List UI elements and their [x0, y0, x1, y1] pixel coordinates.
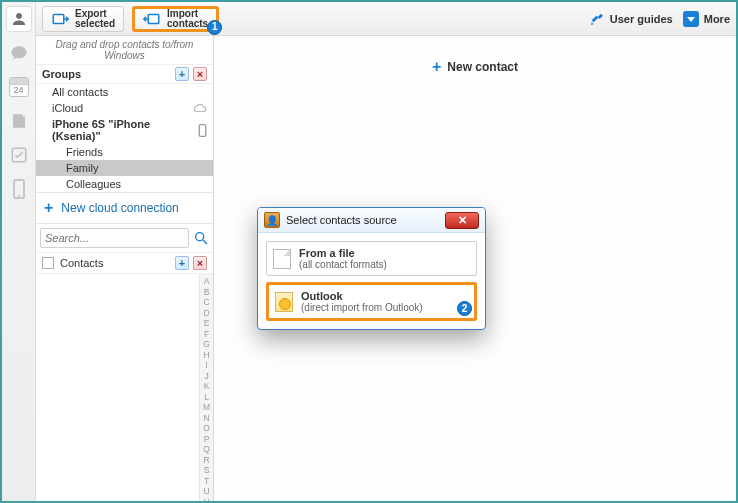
calendar-badge-icon: 24: [9, 77, 29, 97]
search-row: [36, 224, 213, 252]
dialog-title: Select contacts source: [286, 214, 397, 226]
toolbar: Export selected Import contacts 1 User g…: [36, 2, 736, 36]
az-letter[interactable]: D: [203, 308, 209, 319]
az-letter[interactable]: J: [204, 371, 208, 382]
az-letter[interactable]: F: [204, 329, 209, 340]
option-outlook[interactable]: Outlook (direct import from Outlook) 2: [266, 282, 477, 321]
phone-icon: [198, 124, 207, 137]
groups-header: Groups + ×: [36, 65, 213, 84]
new-contact-button[interactable]: + New contact: [432, 58, 518, 76]
select-all-checkbox[interactable]: [42, 257, 54, 269]
rail-notes-icon[interactable]: [6, 108, 32, 134]
az-letter[interactable]: V: [204, 497, 210, 504]
az-letter[interactable]: G: [203, 339, 210, 350]
az-letter[interactable]: S: [204, 465, 210, 476]
option-file-title: From a file: [299, 247, 387, 259]
cloud-icon: [193, 103, 207, 113]
search-input[interactable]: [40, 228, 189, 248]
contacts-list: ABCDEFGHIJKLMNOPQRSTUVWXYZ#: [36, 274, 213, 501]
drag-hint: Drag and drop contacts to/from Windows: [36, 36, 213, 65]
option-from-file[interactable]: From a file (all contact formats): [266, 241, 477, 276]
left-rail: 24: [2, 2, 36, 501]
search-icon[interactable]: [193, 230, 209, 246]
svg-rect-3: [53, 14, 64, 23]
svg-point-6: [196, 233, 204, 241]
rail-todo-icon[interactable]: [6, 142, 32, 168]
groups-title: Groups: [42, 68, 81, 80]
contacts-title: Contacts: [60, 257, 103, 269]
import-icon: [143, 10, 161, 28]
plus-icon: +: [44, 199, 53, 217]
az-letter[interactable]: O: [203, 423, 210, 434]
plus-icon: +: [432, 58, 441, 76]
export-label: Export selected: [75, 9, 115, 29]
file-icon: [273, 249, 291, 269]
rail-messages-icon[interactable]: [6, 40, 32, 66]
export-icon: [51, 10, 69, 28]
import-contacts-button[interactable]: Import contacts 1: [132, 6, 219, 32]
svg-rect-5: [199, 124, 206, 136]
import-label: Import contacts: [167, 9, 208, 29]
group-colleagues[interactable]: Colleagues: [36, 176, 213, 192]
option-outlook-subtitle: (direct import from Outlook): [301, 302, 423, 313]
az-letter[interactable]: M: [203, 402, 210, 413]
step-badge-2: 2: [457, 301, 472, 316]
close-button[interactable]: ✕: [445, 212, 479, 229]
az-letter[interactable]: I: [205, 360, 207, 371]
alphabet-index[interactable]: ABCDEFGHIJKLMNOPQRSTUVWXYZ#: [199, 274, 213, 501]
export-selected-button[interactable]: Export selected: [42, 6, 124, 32]
az-letter[interactable]: H: [203, 350, 209, 361]
calendar-day: 24: [13, 85, 23, 95]
option-file-subtitle: (all contact formats): [299, 259, 387, 270]
az-letter[interactable]: P: [204, 434, 210, 445]
svg-rect-4: [148, 14, 159, 23]
az-letter[interactable]: U: [203, 486, 209, 497]
contacts-header: Contacts + ×: [36, 252, 213, 274]
group-family[interactable]: Family: [36, 160, 213, 176]
more-button[interactable]: More: [683, 11, 730, 27]
az-letter[interactable]: B: [204, 287, 210, 298]
chevron-down-icon: [683, 11, 699, 27]
remove-contact-button[interactable]: ×: [193, 256, 207, 270]
az-letter[interactable]: R: [203, 455, 209, 466]
az-letter[interactable]: T: [204, 476, 209, 487]
rail-device-icon[interactable]: [6, 176, 32, 202]
add-group-button[interactable]: +: [175, 67, 189, 81]
app-window: 24 Export selected Import contacts 1: [0, 0, 738, 503]
user-guides-label: User guides: [610, 13, 673, 25]
rail-contacts-icon[interactable]: [6, 6, 32, 32]
option-outlook-title: Outlook: [301, 290, 423, 302]
group-device[interactable]: iPhone 6S "iPhone (Ksenia)": [36, 116, 213, 144]
svg-point-2: [18, 195, 20, 197]
tools-icon: [589, 11, 605, 27]
groups-tree: All contacts iCloud iPhone 6S "iPhone (K…: [36, 84, 213, 192]
dialog-titlebar[interactable]: 👤 Select contacts source ✕: [258, 208, 485, 233]
select-source-dialog: 👤 Select contacts source ✕ From a file (…: [257, 207, 486, 330]
user-guides-button[interactable]: User guides: [589, 11, 673, 27]
sidebar: Drag and drop contacts to/from Windows G…: [36, 36, 214, 501]
add-contact-button[interactable]: +: [175, 256, 189, 270]
remove-group-button[interactable]: ×: [193, 67, 207, 81]
new-contact-label: New contact: [447, 60, 518, 74]
rail-calendar-icon[interactable]: 24: [6, 74, 32, 100]
toolbar-right: User guides More: [589, 11, 730, 27]
az-letter[interactable]: L: [204, 392, 209, 403]
az-letter[interactable]: K: [204, 381, 210, 392]
dialog-body: From a file (all contact formats) Outloo…: [258, 233, 485, 329]
az-letter[interactable]: E: [204, 318, 210, 329]
az-letter[interactable]: C: [203, 297, 209, 308]
az-letter[interactable]: A: [204, 276, 210, 287]
outlook-icon: [275, 292, 293, 312]
new-cloud-label: New cloud connection: [61, 201, 178, 215]
more-label: More: [704, 13, 730, 25]
group-friends[interactable]: Friends: [36, 144, 213, 160]
group-all-contacts[interactable]: All contacts: [36, 84, 213, 100]
az-letter[interactable]: N: [203, 413, 209, 424]
az-letter[interactable]: Q: [203, 444, 210, 455]
group-icloud[interactable]: iCloud: [36, 100, 213, 116]
contacts-app-icon: 👤: [264, 212, 280, 228]
svg-line-7: [203, 240, 207, 244]
new-cloud-connection-button[interactable]: + New cloud connection: [36, 192, 213, 224]
step-badge-1: 1: [207, 20, 222, 35]
